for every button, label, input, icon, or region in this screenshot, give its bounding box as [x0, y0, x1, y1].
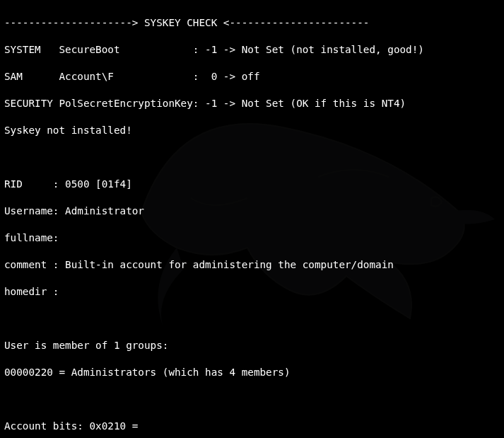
syskey-system: SYSTEM SecureBoot : -1 -> Not Set (not i… — [4, 43, 500, 57]
user-username: Username: Administrator — [4, 204, 500, 218]
terminal-output: ---------------------> SYSKEY CHECK <---… — [0, 0, 504, 438]
user-fullname: fullname: — [4, 231, 500, 245]
syskey-notinstalled: Syskey not installed! — [4, 124, 500, 137]
user-comment: comment : Built-in account for administe… — [4, 258, 500, 272]
groups-entry: 00000220 = Administrators (which has 4 m… — [4, 366, 500, 379]
syskey-security: SECURITY PolSecretEncryptionKey: -1 -> N… — [4, 97, 500, 110]
user-rid: RID : 0500 [01f4] — [4, 178, 500, 191]
user-homedir: homedir : — [4, 285, 500, 299]
groups-header: User is member of 1 groups: — [4, 339, 500, 352]
syskey-sam: SAM Account\F : 0 -> off — [4, 70, 500, 83]
syskey-header: ---------------------> SYSKEY CHECK <---… — [4, 16, 500, 30]
account-bits-header: Account bits: 0x0210 = — [4, 420, 500, 433]
